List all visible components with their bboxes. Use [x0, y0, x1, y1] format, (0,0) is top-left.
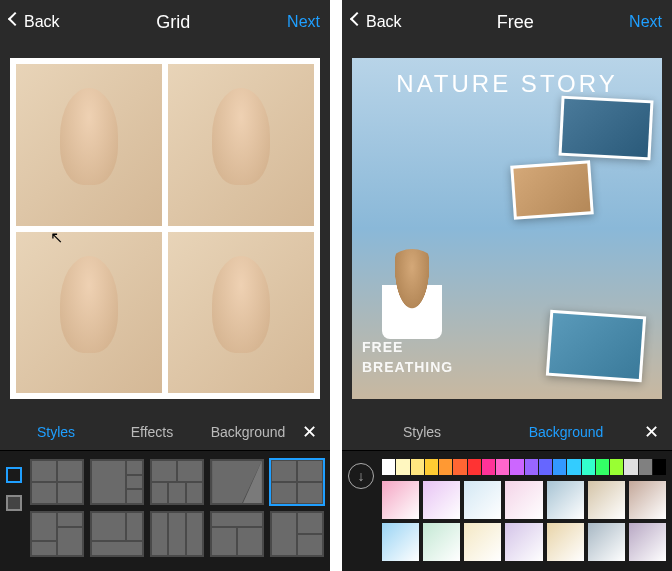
color-swatch[interactable] [639, 459, 652, 475]
color-swatch[interactable] [468, 459, 481, 475]
color-swatch[interactable] [496, 459, 509, 475]
bg-thumbnail[interactable] [464, 481, 501, 519]
layout-option[interactable] [210, 511, 264, 557]
color-swatch[interactable] [596, 459, 609, 475]
bg-options [382, 459, 666, 561]
grid-cell[interactable] [16, 232, 162, 394]
color-swatch[interactable] [653, 459, 666, 475]
free-photo[interactable] [558, 96, 653, 161]
bg-thumbnails [382, 481, 666, 561]
page-title: Grid [156, 12, 190, 33]
color-swatch[interactable] [425, 459, 438, 475]
bg-thumbnail[interactable] [547, 481, 584, 519]
color-swatch[interactable] [610, 459, 623, 475]
bg-thumbnail[interactable] [464, 523, 501, 561]
chevron-left-icon [10, 14, 20, 30]
header: Back Grid Next [0, 0, 330, 44]
free-screen: Back Free Next NATURE STORY FREE BREATHI… [342, 0, 672, 571]
next-button[interactable]: Next [629, 13, 662, 31]
bg-thumbnail[interactable] [505, 481, 542, 519]
grid-cell[interactable] [168, 232, 314, 394]
bg-thumbnail[interactable] [423, 523, 460, 561]
bottom-tabs: Styles Background ✕ [342, 413, 672, 451]
layout-option[interactable] [210, 459, 264, 505]
grid-cell[interactable] [16, 64, 162, 226]
layout-option[interactable] [150, 459, 204, 505]
header: Back Free Next [342, 0, 672, 44]
layout-option[interactable] [90, 459, 144, 505]
back-button[interactable]: Back [352, 13, 402, 31]
back-button[interactable]: Back [10, 13, 60, 31]
tab-styles[interactable]: Styles [8, 424, 104, 440]
bg-thumbnail[interactable] [588, 481, 625, 519]
page-title: Free [497, 12, 534, 33]
back-label: Back [24, 13, 60, 31]
tab-background[interactable]: Background [494, 424, 638, 440]
color-swatch[interactable] [396, 459, 409, 475]
layout-option[interactable] [90, 511, 144, 557]
grid-4-layout [10, 58, 320, 399]
tab-effects[interactable]: Effects [104, 424, 200, 440]
bg-thumbnail[interactable] [629, 481, 666, 519]
color-swatch[interactable] [525, 459, 538, 475]
layout-grid [30, 459, 324, 557]
collage-canvas[interactable]: ↖ [10, 58, 320, 399]
background-panel [342, 451, 672, 571]
border-off[interactable] [6, 495, 22, 511]
free-photo[interactable] [510, 160, 594, 219]
download-icon[interactable] [348, 463, 374, 489]
color-swatch[interactable] [553, 459, 566, 475]
tab-background[interactable]: Background [200, 424, 296, 440]
bg-thumbnail[interactable] [505, 523, 542, 561]
free-photo[interactable] [546, 310, 646, 383]
border-on[interactable] [6, 467, 22, 483]
color-swatches [382, 459, 666, 475]
bottom-tabs: Styles Effects Background ✕ [0, 413, 330, 451]
color-swatch[interactable] [624, 459, 637, 475]
close-button[interactable]: ✕ [638, 421, 664, 443]
bg-thumbnail[interactable] [382, 481, 419, 519]
overlay-title: NATURE STORY [352, 70, 662, 98]
layout-option[interactable] [30, 511, 84, 557]
color-swatch[interactable] [411, 459, 424, 475]
layout-option[interactable] [150, 511, 204, 557]
next-button[interactable]: Next [287, 13, 320, 31]
bg-thumbnail[interactable] [588, 523, 625, 561]
layout-option[interactable] [30, 459, 84, 505]
bg-thumbnail[interactable] [547, 523, 584, 561]
bg-thumbnail[interactable] [423, 481, 460, 519]
color-swatch[interactable] [382, 459, 395, 475]
styles-panel [0, 451, 330, 571]
bg-thumbnail[interactable] [629, 523, 666, 561]
layout-option[interactable] [270, 459, 324, 505]
color-swatch[interactable] [439, 459, 452, 475]
grid-cell[interactable] [168, 64, 314, 226]
color-swatch[interactable] [510, 459, 523, 475]
color-swatch[interactable] [453, 459, 466, 475]
border-toggle [6, 459, 22, 511]
figure [382, 249, 442, 339]
back-label: Back [366, 13, 402, 31]
layout-option[interactable] [270, 511, 324, 557]
free-layout: NATURE STORY FREE BREATHING [352, 58, 662, 399]
collage-canvas[interactable]: NATURE STORY FREE BREATHING [352, 58, 662, 399]
overlay-line1: FREE [362, 339, 403, 355]
bg-thumbnail[interactable] [382, 523, 419, 561]
color-swatch[interactable] [482, 459, 495, 475]
color-swatch[interactable] [567, 459, 580, 475]
chevron-left-icon [352, 14, 362, 30]
close-button[interactable]: ✕ [296, 421, 322, 443]
grid-screen: Back Grid Next ↖ Styles Effects Backgrou… [0, 0, 330, 571]
tab-styles[interactable]: Styles [350, 424, 494, 440]
color-swatch[interactable] [582, 459, 595, 475]
color-swatch[interactable] [539, 459, 552, 475]
overlay-line2: BREATHING [362, 359, 453, 375]
